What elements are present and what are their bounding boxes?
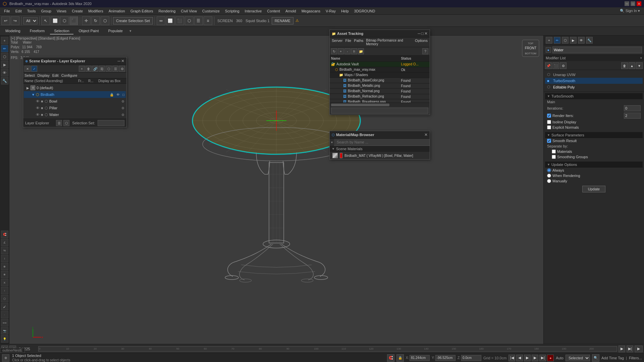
- se-menu-configure[interactable]: Configure: [61, 73, 77, 77]
- scatter-tool[interactable]: ·: [1, 311, 8, 318]
- menu-interactive[interactable]: Interactive: [242, 8, 265, 14]
- mirror-button[interactable]: ⇔: [157, 16, 165, 25]
- se-delete-layer-btn[interactable]: 🗑: [86, 66, 92, 72]
- percent-snap-tool[interactable]: %: [1, 247, 8, 254]
- at-row-basecolor[interactable]: 🖼 Birdbath_BaseColor.png Found: [330, 78, 430, 83]
- menu-rendering[interactable]: Rendering: [156, 8, 178, 14]
- update-options-header[interactable]: ▼ Update Options: [545, 162, 643, 168]
- se-row-pillar[interactable]: 👁 ■ ⬡ Pillar ⚙: [24, 105, 126, 111]
- select-object-button[interactable]: ↖: [41, 16, 50, 25]
- menu-create[interactable]: Create: [69, 8, 86, 14]
- snap-status-icon[interactable]: 🧲: [387, 354, 394, 362]
- isolate-tool[interactable]: ⊕: [1, 263, 8, 270]
- hide-frozen-tool[interactable]: ❄: [1, 271, 8, 278]
- se-close-btn[interactable]: ✕: [24, 66, 31, 72]
- modify-tool[interactable]: ✏: [1, 45, 8, 52]
- at-row-refraction[interactable]: 🖼 Birdbath_Refraction.png Found: [330, 94, 430, 99]
- se-new-layer-btn[interactable]: +: [79, 66, 85, 72]
- configure-mod-sets-btn[interactable]: ⚙: [560, 62, 567, 69]
- at-row-maps-folder[interactable]: 📁 Maps / Shaders: [330, 72, 430, 78]
- utilities-tool[interactable]: 🔧: [1, 77, 8, 84]
- at-scroll-thumb[interactable]: [331, 104, 389, 106]
- align-button[interactable]: ⬜: [166, 16, 175, 25]
- asset-tracking-maximize[interactable]: □: [421, 31, 424, 36]
- at-row-metallic[interactable]: 🖼 Birdbath_Metallic.png Found: [330, 83, 430, 88]
- at-row-roughness[interactable]: 🖼 Birdbath_Roughness.png Found: [330, 99, 430, 103]
- anim-record-btn[interactable]: ●: [547, 355, 554, 361]
- scale-button[interactable]: ⬡: [101, 16, 109, 25]
- motion-icon-btn[interactable]: ▶: [570, 37, 577, 44]
- spacing-tool[interactable]: ⟷: [1, 319, 8, 326]
- snap-tool[interactable]: 🧲: [1, 231, 8, 238]
- timeline-bar[interactable]: 0 10 20 30 40 50 60 70 80 90 100 110 120…: [38, 346, 617, 352]
- menu-customize[interactable]: Customize: [200, 8, 222, 14]
- rename-button[interactable]: RENAME: [272, 17, 293, 24]
- create-tool[interactable]: +: [1, 37, 8, 44]
- rotate-button[interactable]: ↻: [91, 16, 100, 25]
- menu-vray[interactable]: V-Ray: [323, 8, 338, 14]
- se-obj-toggle-btn[interactable]: ⬡: [63, 120, 69, 126]
- create-selection-set-button[interactable]: Create Selection Set: [113, 17, 153, 24]
- object-color-swatch[interactable]: ■: [546, 47, 551, 53]
- at-menu-file[interactable]: File: [345, 39, 351, 46]
- se-row-birdbath[interactable]: ▼ ⬡ Birdbath 🔒 👁 □: [24, 91, 126, 98]
- menu-tools[interactable]: Tools: [24, 8, 39, 14]
- display-icon-btn[interactable]: 👁: [578, 37, 585, 44]
- tab-freeform[interactable]: Freeform: [26, 28, 49, 35]
- modify-icon-btn[interactable]: ✏: [554, 37, 560, 44]
- camera-tool[interactable]: 📷: [1, 327, 8, 335]
- anim-next-btn[interactable]: ▶: [532, 355, 538, 361]
- mat-scene-materials-header[interactable]: ▼ Scene Materials: [330, 146, 430, 152]
- at-refresh-btn[interactable]: ↻: [331, 48, 337, 54]
- next-frame-button[interactable]: ▶: [619, 346, 625, 352]
- menu-civil-view[interactable]: Civil View: [178, 8, 199, 14]
- at-menu-options[interactable]: Options: [415, 39, 428, 46]
- add-time-tag-btn[interactable]: Add Time Tag: [601, 356, 624, 360]
- selected-dropdown[interactable]: Selected: [566, 355, 590, 361]
- ribbon-button[interactable]: ≡: [204, 16, 212, 25]
- mat-search-input[interactable]: [334, 139, 430, 146]
- at-remove-btn[interactable]: -: [344, 48, 351, 54]
- menu-animation[interactable]: Animation: [106, 8, 128, 14]
- edit-normals-tool[interactable]: ↑: [1, 287, 8, 294]
- at-menu-server[interactable]: Server: [332, 39, 342, 46]
- select-region-button[interactable]: ⬜: [51, 16, 59, 25]
- modifier-turbosmooth[interactable]: ■ TurboSmooth: [545, 78, 643, 84]
- when-rendering-radio[interactable]: [547, 174, 551, 178]
- always-radio[interactable]: [547, 168, 551, 172]
- display-tool[interactable]: 👁: [1, 69, 8, 76]
- se-menu-select[interactable]: Select: [24, 73, 35, 77]
- utilities-icon-btn[interactable]: 🔧: [586, 37, 593, 44]
- select-lasso-button[interactable]: ⬡: [60, 16, 69, 25]
- manually-radio[interactable]: [547, 179, 551, 183]
- tab-modeling[interactable]: Modeling: [1, 28, 24, 35]
- menu-edit[interactable]: Edit: [13, 8, 24, 14]
- move-down-btn[interactable]: ▼: [636, 62, 643, 69]
- update-button[interactable]: Update: [582, 186, 605, 192]
- smoothing-groups-checkbox[interactable]: [552, 155, 556, 159]
- lock-icon[interactable]: 🔒: [396, 354, 404, 362]
- pin-stack-btn[interactable]: 📌: [545, 62, 552, 69]
- anim-end-btn[interactable]: ▶|: [539, 355, 546, 361]
- menu-group[interactable]: Group: [38, 8, 54, 14]
- scene-explorer-toggle-icon[interactable]: ⊕: [2, 354, 9, 362]
- se-expand-btn[interactable]: ✓: [31, 66, 37, 72]
- at-menu-paths[interactable]: Paths: [354, 39, 363, 46]
- at-copy-btn[interactable]: ⎘: [351, 48, 357, 54]
- modifier-editable-poly[interactable]: ⬡ Editable Poly: [545, 84, 643, 90]
- y-input[interactable]: [435, 355, 455, 361]
- at-path-input[interactable]: [331, 108, 428, 114]
- tab-populate[interactable]: Populate: [104, 28, 126, 35]
- asset-tracking-close[interactable]: ✕: [424, 31, 428, 36]
- xform-tool[interactable]: X: [1, 279, 8, 286]
- menu-help[interactable]: Help: [338, 8, 352, 14]
- anim-prev-btn[interactable]: ◀: [516, 355, 523, 361]
- menu-content[interactable]: Content: [264, 8, 283, 14]
- at-row-normal[interactable]: 🖼 Birdbath_Normal.png Found: [330, 88, 430, 94]
- create-icon-btn[interactable]: +: [546, 37, 552, 44]
- se-options-btn[interactable]: ⚙: [119, 66, 125, 72]
- turbosmooth-section-header[interactable]: ▼ TurboSmooth: [545, 93, 643, 99]
- hierarchy-tool[interactable]: ⬡: [1, 53, 8, 60]
- se-sort-btn[interactable]: ⬡: [106, 66, 112, 72]
- iterations-input[interactable]: [624, 105, 641, 111]
